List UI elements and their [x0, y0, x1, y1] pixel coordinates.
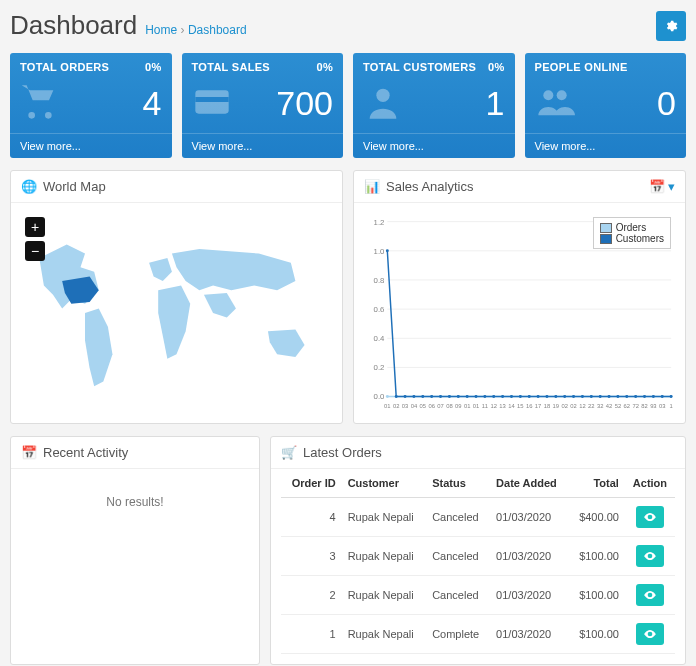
cell-date: 01/03/2020	[490, 498, 569, 537]
col-customer[interactable]: Customer	[342, 469, 427, 498]
tile-value: 700	[276, 84, 333, 123]
world-map[interactable]: + −	[21, 213, 332, 413]
svg-point-114	[643, 395, 646, 398]
calendar-icon: 📅	[649, 179, 665, 194]
sales-analytics-panel: 📊 Sales Analytics 📅 ▾ Orders Customers 0…	[353, 170, 686, 424]
view-order-button[interactable]	[636, 584, 664, 606]
svg-text:14: 14	[508, 403, 515, 409]
latest-orders-panel: 🛒 Latest Orders Order ID Customer Status…	[270, 436, 686, 665]
zoom-out-button[interactable]: −	[25, 241, 45, 261]
svg-text:0.4: 0.4	[374, 334, 385, 343]
breadcrumb-current[interactable]: Dashboard	[188, 23, 247, 37]
recent-activity-empty: No results!	[21, 479, 249, 525]
svg-text:0.8: 0.8	[374, 276, 385, 285]
svg-point-106	[572, 395, 575, 398]
view-order-button[interactable]	[636, 545, 664, 567]
chart-icon: 📊	[364, 179, 380, 194]
cell-status: Canceled	[426, 576, 490, 615]
cell-order-id: 4	[281, 498, 342, 537]
svg-text:11: 11	[482, 403, 488, 409]
stat-tile: TOTAL SALES0% 700 View more...	[182, 53, 344, 158]
breadcrumb: Home › Dashboard	[145, 23, 246, 37]
svg-text:01: 01	[384, 403, 390, 409]
svg-text:82: 82	[641, 403, 647, 409]
svg-text:1.2: 1.2	[374, 218, 385, 227]
svg-point-113	[634, 395, 637, 398]
svg-text:62: 62	[624, 403, 630, 409]
world-map-panel: 🌐 World Map	[10, 170, 343, 424]
col-total[interactable]: Total	[569, 469, 625, 498]
svg-text:17: 17	[535, 403, 541, 409]
svg-point-91	[439, 395, 442, 398]
breadcrumb-home[interactable]: Home	[145, 23, 177, 37]
cell-customer: Rupak Nepali	[342, 615, 427, 654]
people-icon	[535, 82, 575, 125]
svg-rect-1	[195, 97, 228, 102]
cell-order-id: 3	[281, 537, 342, 576]
cell-date: 01/03/2020	[490, 576, 569, 615]
chevron-down-icon: ▾	[668, 179, 675, 194]
stat-tile: TOTAL CUSTOMERS0% 1 View more...	[353, 53, 515, 158]
svg-text:12: 12	[491, 403, 497, 409]
calendar-icon: 📅	[21, 445, 37, 460]
svg-text:0.2: 0.2	[374, 363, 385, 372]
eye-icon	[643, 549, 657, 563]
svg-point-110	[608, 395, 611, 398]
svg-point-112	[625, 395, 628, 398]
eye-icon	[643, 510, 657, 524]
svg-text:16: 16	[526, 403, 532, 409]
svg-point-99	[510, 395, 513, 398]
view-order-button[interactable]	[636, 506, 664, 528]
svg-point-3	[543, 90, 553, 100]
svg-point-100	[519, 395, 522, 398]
svg-text:0.0: 0.0	[374, 392, 385, 401]
card-icon	[192, 82, 232, 125]
date-range-button[interactable]: 📅 ▾	[649, 179, 675, 194]
col-date[interactable]: Date Added	[490, 469, 569, 498]
zoom-in-button[interactable]: +	[25, 217, 45, 237]
svg-text:09: 09	[455, 403, 461, 409]
svg-point-115	[652, 395, 655, 398]
svg-point-116	[661, 395, 664, 398]
tile-label: TOTAL ORDERS	[20, 61, 109, 73]
view-more-link[interactable]: View more...	[525, 133, 687, 158]
svg-point-111	[616, 395, 619, 398]
svg-text:04: 04	[411, 403, 418, 409]
tile-label: TOTAL SALES	[192, 61, 270, 73]
svg-point-105	[563, 395, 566, 398]
svg-point-94	[466, 395, 469, 398]
cell-status: Canceled	[426, 498, 490, 537]
world-map-svg	[21, 213, 332, 413]
svg-point-87	[404, 395, 407, 398]
cell-total: $100.00	[569, 576, 625, 615]
cart-icon	[20, 82, 60, 125]
table-row: 4 Rupak Nepali Canceled 01/03/2020 $400.…	[281, 498, 675, 537]
view-order-button[interactable]	[636, 623, 664, 645]
latest-orders-table: Order ID Customer Status Date Added Tota…	[281, 469, 675, 654]
svg-text:01: 01	[464, 403, 470, 409]
cell-total: $100.00	[569, 615, 625, 654]
globe-icon: 🌐	[21, 179, 37, 194]
col-status[interactable]: Status	[426, 469, 490, 498]
view-more-link[interactable]: View more...	[182, 133, 344, 158]
svg-point-104	[554, 395, 557, 398]
svg-point-2	[376, 88, 389, 101]
page-header: Dashboard Home › Dashboard	[10, 10, 686, 41]
col-order-id[interactable]: Order ID	[281, 469, 342, 498]
svg-point-4	[556, 90, 566, 100]
world-map-title: World Map	[43, 179, 106, 194]
svg-text:1: 1	[669, 403, 672, 409]
svg-text:01: 01	[473, 403, 479, 409]
svg-text:12: 12	[579, 403, 585, 409]
view-more-link[interactable]: View more...	[353, 133, 515, 158]
svg-point-98	[501, 395, 504, 398]
svg-text:32: 32	[597, 403, 603, 409]
view-more-link[interactable]: View more...	[10, 133, 172, 158]
svg-point-103	[545, 395, 548, 398]
svg-point-89	[421, 395, 424, 398]
settings-button[interactable]	[656, 11, 686, 41]
svg-text:08: 08	[446, 403, 452, 409]
tile-value: 0	[657, 84, 676, 123]
page-title: Dashboard	[10, 10, 137, 41]
svg-text:13: 13	[499, 403, 505, 409]
